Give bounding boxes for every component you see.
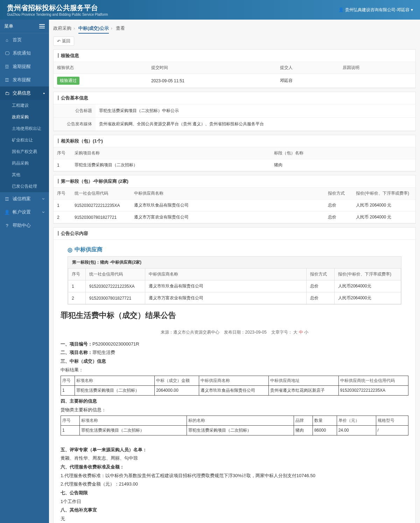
bidders-table: 序号 统一社会信用代码 中标供应商名称 报价方式 报价(中标价、下浮率或费率) … (54, 188, 415, 223)
th: 规格型号 (376, 416, 408, 426)
panel-verify: 核验信息 核验状态 提交时间 提交人 原因说明 核验通过 2023-09-05 … (53, 49, 416, 88)
td: 总价 (324, 200, 352, 211)
subnav-construction[interactable]: 工程建设 (0, 100, 49, 111)
l4a: 货物类主要标的信息： (61, 406, 408, 414)
inner-table: 序号 统一社会信用代码 中标供应商名称 报价方式 报价(中标价、下浮率或费率) … (68, 268, 401, 304)
subnav-published[interactable]: 已发公告处理 (0, 181, 49, 192)
home-icon: ⌂ (4, 37, 10, 43)
nav-label: 帐户设置 (13, 209, 31, 215)
status-badge: 核验通过 (57, 77, 79, 85)
l8v: 无 (61, 515, 408, 523)
td: 91520302722212235XA (338, 386, 408, 396)
th: 单价（元） (337, 416, 376, 426)
sidebar-head-label: 菜单 (4, 23, 13, 29)
nav-label: 诚信档案 (13, 196, 31, 202)
back-button[interactable]: 返回 (53, 36, 74, 46)
meta-source-lbl: 来源： (161, 330, 173, 335)
th: 统一社会信用代码 (71, 188, 131, 200)
th: 报价(中标价、下浮率或费率) (352, 188, 415, 200)
user-icon: 👤 (4, 210, 10, 215)
th: 提交人 (276, 62, 339, 74)
table-row: 1 91520302722212235XA 遵义市玖玖食品有限责任公司 总价 人… (68, 280, 401, 292)
panel-bidders-title: 第一标段（包）-中标供应商 (2家) (54, 175, 415, 188)
font-big[interactable]: 大 (293, 330, 298, 335)
subnav-land[interactable]: 土地使用权出让 (0, 123, 49, 134)
person-cell: 邓廷容 (276, 74, 339, 88)
l7v: 1个工作日 (61, 497, 408, 506)
meta-font-lbl: 文章字号： (271, 330, 292, 335)
nav-label: 发布提醒 (13, 77, 31, 83)
nav-help[interactable]: ?帮助中心 (0, 219, 49, 232)
font-small[interactable]: 小 (304, 330, 308, 335)
l6a: 1.代理服务收费标准：以中标价为基数按贵州省工程建设项目招标代理费取费规范下浮3… (61, 472, 408, 480)
nav-label: 首页 (13, 37, 22, 43)
app-header: 贵州省招标投标公共服务平台 GuiZhou Province Tendering… (0, 0, 420, 20)
td: 总价 (307, 292, 335, 304)
table-row: 核验通过 2023-09-05 11:51 邓廷容 (54, 74, 415, 88)
l1: 一、项目编号： (61, 341, 92, 347)
td: 遵义市玖玖食品有限责任公司 (131, 200, 324, 211)
user-menu[interactable]: 贵州弘典建设咨询有限公司-邓廷容 (338, 7, 413, 13)
table-row: 1 91520302722212235XA 遵义市玖玖食品有限责任公司 总价 人… (54, 200, 415, 211)
nav-overdue[interactable]: ☲逾期提醒 (0, 60, 49, 73)
subnav-mining[interactable]: 矿业权出让 (0, 134, 49, 146)
app-title: 贵州省招标投标公共服务平台 (7, 3, 108, 13)
subnav-other[interactable]: 其他 (0, 169, 49, 181)
list-icon: ☲ (4, 196, 10, 202)
l3: 三、中标（成交）信息 (61, 358, 106, 364)
nav-credit[interactable]: ☲诚信档案 (0, 192, 49, 205)
l2v: 罪犯生活费 (92, 350, 115, 355)
table-row: 1 罪犯生活费采购项目（二次招标） 罪犯生活费采购项目（二次招标） 猪肉 860… (61, 426, 408, 435)
th: 统一社会信用代码 (86, 269, 145, 280)
td: 罪犯生活费采购项目（二次招标） (75, 386, 154, 396)
table-row: 1 罪犯生活费采购项目（二次招标） 猪肉 (54, 159, 415, 171)
panel-verify-title: 核验信息 (54, 50, 415, 62)
supplier-heading: 中标供应商 (68, 243, 401, 256)
list-icon: ☲ (4, 77, 10, 83)
subnav-gov-purchase[interactable]: 政府采购 (0, 111, 49, 123)
meta-date-lbl: 发布日期： (224, 330, 245, 335)
td: 1 (61, 426, 80, 435)
th: 原因说明 (339, 62, 415, 74)
nav-transaction[interactable]: 🗀交易信息 (0, 86, 49, 100)
article-title: 罪犯生活费中标（成交）结果公告 (61, 308, 408, 323)
bc-a[interactable]: 政府采购 (53, 26, 71, 31)
menu-toggle-icon[interactable] (39, 24, 45, 28)
th: 标段（包）名称 (271, 147, 415, 159)
l2: 二、项目名称： (61, 350, 92, 355)
kv-label: 公告标题 (54, 104, 96, 117)
td: 遵义市玖玖食品有限责任公司 (145, 280, 307, 292)
table-row: 2 915203007801827721 遵义市万富农业有限责任公司 总价 人民… (68, 292, 401, 304)
th: 中标（成交）金额 (155, 376, 199, 386)
td: 2064000.00 (155, 386, 199, 396)
l8: 八、其他补充事宜 (61, 507, 97, 512)
td: 1 (61, 386, 75, 396)
td: 91520302722212235XA (86, 280, 145, 292)
time-cell: 2023-09-05 11:51 (148, 74, 276, 88)
td: 总价 (324, 211, 352, 223)
subnav-drug[interactable]: 药品采购 (0, 158, 49, 169)
nav-account[interactable]: 👤帐户设置 (0, 205, 49, 219)
th: 标的名称 (187, 416, 294, 426)
td: 贵州省遵义市红花岗区新店子 (269, 386, 338, 396)
help-icon: ? (4, 223, 10, 228)
sidebar: 菜单 ⌂首页 🖵系统通知 ☲逾期提醒 ☲发布提醒 🗀交易信息 工程建设 政府采购… (0, 20, 49, 523)
nav-system-notice[interactable]: 🖵系统通知 (0, 47, 49, 60)
nav-publish[interactable]: ☲发布提醒 (0, 73, 49, 86)
td: 罪犯生活费采购项目（二次招标） (79, 426, 187, 435)
td: 人民币 2064000 元 (352, 211, 415, 223)
table-row: 1 罪犯生活费采购项目（二次招标） 2064000.00 遵义市玖玖食品有限责任… (61, 386, 408, 396)
th: 标项名称 (75, 376, 154, 386)
status-cell: 核验通过 (54, 74, 148, 88)
nav-label: 系统通知 (13, 50, 31, 56)
nav-label: 帮助中心 (13, 222, 31, 229)
td: 24.00 (337, 426, 376, 435)
subnav-state-property[interactable]: 国有产权交易 (0, 146, 49, 158)
font-mid[interactable]: 中 (299, 330, 303, 335)
nav-label: 交易信息 (13, 90, 31, 96)
bc-b[interactable]: 中标(成交)公示 (78, 26, 109, 34)
breadcrumb: 政府采购› 中标(成交)公示› 查看 (53, 22, 416, 34)
nav-home[interactable]: ⌂首页 (0, 33, 49, 47)
th: 采购项目名称 (71, 147, 271, 159)
td: 遵义市万富农业有限责任公司 (131, 211, 324, 223)
